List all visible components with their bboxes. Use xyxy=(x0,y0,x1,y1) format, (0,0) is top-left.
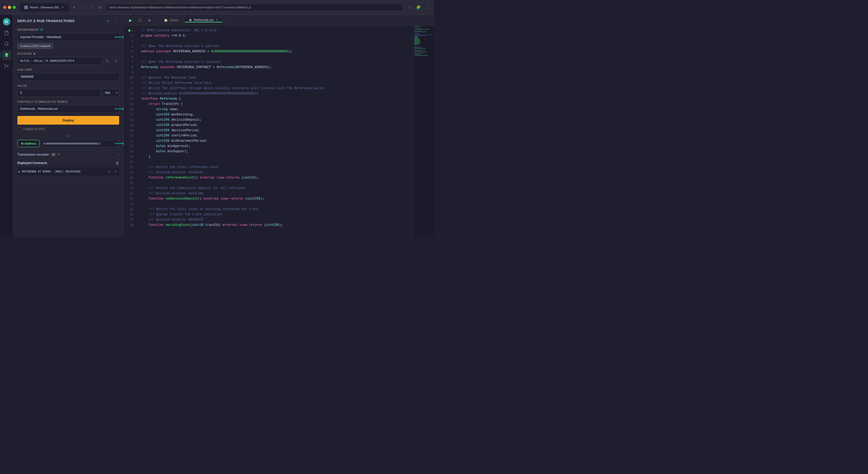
account-plus-icon: ⊕ xyxy=(33,52,36,56)
svg-line-3 xyxy=(141,21,142,22)
svg-point-0 xyxy=(5,42,8,45)
contract-actions: ⎘ ✕ xyxy=(106,169,118,174)
publish-checkbox[interactable] xyxy=(18,127,21,131)
contract-delete-button[interactable]: ✕ xyxy=(113,169,118,174)
sidebar: DEPLOY & RUN TRANSACTIONS ✓ › ENVIRONMEN… xyxy=(13,15,124,237)
browser-tab[interactable]: Remix - Ethereum IDE ✕ xyxy=(20,3,69,11)
publish-row: Publish to IPFS xyxy=(18,127,119,131)
activity-icon-plugins[interactable] xyxy=(2,61,11,71)
account-label: ACCOUNT ⊕ xyxy=(18,52,119,56)
file-tab-close-icon[interactable]: ✕ xyxy=(216,19,218,21)
fullscreen-traffic-light[interactable] xyxy=(12,6,16,9)
code-container: 1234567891011121314151617181920212223242… xyxy=(124,26,434,237)
value-row: Wei Gwei Ether ▼ xyxy=(18,89,119,97)
close-traffic-light[interactable] xyxy=(3,6,6,9)
environment-select[interactable]: Injected Provider - MetaMask xyxy=(18,33,119,41)
environment-icon: ⬡ xyxy=(40,28,43,32)
file-tab[interactable]: ◉ Referenda.sol ✕ xyxy=(185,18,222,22)
environment-tooltip: Custom (1287) network xyxy=(18,43,53,49)
check-icon[interactable]: ✓ xyxy=(105,18,111,24)
transactions-chevron-icon: › xyxy=(118,153,119,156)
contract-label: CONTRACT (Compiled by Remix) xyxy=(18,100,119,103)
sidebar-title: DEPLOY & RUN TRANSACTIONS xyxy=(18,19,74,23)
account-row: 0xf24...66cac (5.00062828417874 ⎘ ✎ xyxy=(18,57,119,65)
traffic-lights xyxy=(3,6,16,9)
at-address-input[interactable] xyxy=(41,140,119,147)
gas-limit-input[interactable]: 3000000 xyxy=(18,73,119,81)
deploy-button[interactable]: Deploy xyxy=(18,116,119,125)
activity-icon-search[interactable] xyxy=(2,39,11,49)
run-button[interactable]: ▶ xyxy=(127,17,134,24)
tab-title: Remix - Ethereum IDE xyxy=(30,6,59,9)
browser-actions: ☆ 🧩 ⋮ xyxy=(406,4,431,11)
bookmark-button[interactable]: ☆ xyxy=(406,4,413,11)
deployed-header: Deployed Contracts 🗑 xyxy=(18,161,119,165)
browser-chrome: Remix - Ethereum IDE ✕ + ‹ › ↻ remix.eth… xyxy=(0,0,434,15)
environment-label: ENVIRONMENT ⬡ xyxy=(18,28,119,32)
code-content[interactable]: // SPDX-License-Identifier: GPL-3.0-only… xyxy=(137,26,413,237)
menu-button[interactable]: ⋮ xyxy=(424,4,431,11)
unit-select[interactable]: Wei Gwei Ether xyxy=(102,89,119,97)
back-button[interactable]: ‹ xyxy=(80,4,87,11)
deployed-contracts-title: Deployed Contracts xyxy=(18,161,47,165)
url-text: remix.ethereum.org/#optimize=false&runs=… xyxy=(109,6,251,9)
reload-button[interactable]: ↻ xyxy=(96,4,104,11)
contract-copy-button[interactable]: ⎘ xyxy=(106,169,112,174)
gas-limit-label: GAS LIMIT xyxy=(18,68,119,71)
at-address-button[interactable]: At Address xyxy=(18,140,39,147)
value-input[interactable] xyxy=(18,89,100,97)
extensions-button[interactable]: 🧩 xyxy=(414,4,422,11)
transactions-left: Transactions recorded 0 ℹ xyxy=(18,153,59,156)
svg-point-2 xyxy=(138,19,141,21)
account-select[interactable]: 0xf24...66cac (5.00062828417874 xyxy=(18,57,102,65)
tab-close-button[interactable]: ✕ xyxy=(61,5,65,9)
home-tab-icon: 🏠 xyxy=(164,19,168,22)
value-label: VALUE xyxy=(18,84,119,87)
sidebar-content: ENVIRONMENT ⬡ Injected Provider - MetaMa… xyxy=(13,26,123,237)
contract-name: REFERENDA AT 0X000...00811 (BLOCKCHAI xyxy=(22,170,105,173)
search-toolbar-button[interactable] xyxy=(136,17,144,24)
transactions-badge: 0 xyxy=(51,153,56,156)
address-bar[interactable]: remix.ethereum.org/#optimize=false&runs=… xyxy=(106,4,403,11)
deployed-contracts-section: Deployed Contracts 🗑 ▶ REFERENDA AT 0X00… xyxy=(18,159,119,176)
unit-wrapper: Wei Gwei Ether ▼ xyxy=(102,89,119,97)
contract-select[interactable]: Referenda - Referenda.sol xyxy=(18,105,119,113)
contract-item[interactable]: ▶ REFERENDA AT 0X000...00811 (BLOCKCHAI … xyxy=(18,167,119,176)
contract-expand-icon: ▶ xyxy=(19,170,21,173)
home-tab-label: Home xyxy=(170,19,178,22)
activity-bar: R xyxy=(0,15,13,237)
transactions-info-icon[interactable]: ℹ xyxy=(58,153,59,156)
copy-account-button[interactable]: ⎘ xyxy=(104,58,111,64)
new-tab-button[interactable]: + xyxy=(71,4,77,10)
minimap[interactable] xyxy=(413,26,434,237)
svg-line-1 xyxy=(7,45,8,45)
transactions-label: Transactions recorded xyxy=(18,153,49,156)
edit-account-button[interactable]: ✎ xyxy=(112,58,119,64)
activity-icon-deploy[interactable] xyxy=(2,50,11,60)
app-container: R DEPLOY & RUN TRANSACTIONS ✓ › ENV xyxy=(0,15,434,237)
home-tab[interactable]: 🏠 Home xyxy=(160,19,183,22)
editor-area: ▶ ⊕ 🏠 Home ◉ Referenda.sol ✕ 12345678910… xyxy=(124,15,434,237)
tab-favicon xyxy=(24,5,28,9)
publish-label: Publish to IPFS xyxy=(23,127,45,131)
expand-icon[interactable]: › xyxy=(113,18,119,24)
editor-toolbar: ▶ ⊕ 🏠 Home ◉ Referenda.sol ✕ xyxy=(124,15,434,26)
file-tab-label: Referenda.sol xyxy=(194,18,214,22)
file-tab-icon: ◉ xyxy=(189,18,192,22)
line-numbers: 1234567891011121314151617181920212223242… xyxy=(124,26,137,237)
forward-button[interactable]: › xyxy=(88,4,95,11)
nav-controls: ‹ › ↻ xyxy=(80,4,104,11)
minimap-content xyxy=(413,26,434,237)
minimize-traffic-light[interactable] xyxy=(8,6,11,9)
sidebar-header-actions: ✓ › xyxy=(105,18,119,24)
activity-icon-files[interactable] xyxy=(2,28,11,38)
sidebar-header: DEPLOY & RUN TRANSACTIONS ✓ › xyxy=(13,15,123,26)
zoom-button[interactable]: ⊕ xyxy=(146,17,153,24)
activity-icon-logo: R xyxy=(2,17,11,27)
or-divider: OR xyxy=(18,135,119,138)
delete-all-button[interactable]: 🗑 xyxy=(116,161,119,165)
transactions-row[interactable]: Transactions recorded 0 ℹ › xyxy=(18,150,119,159)
